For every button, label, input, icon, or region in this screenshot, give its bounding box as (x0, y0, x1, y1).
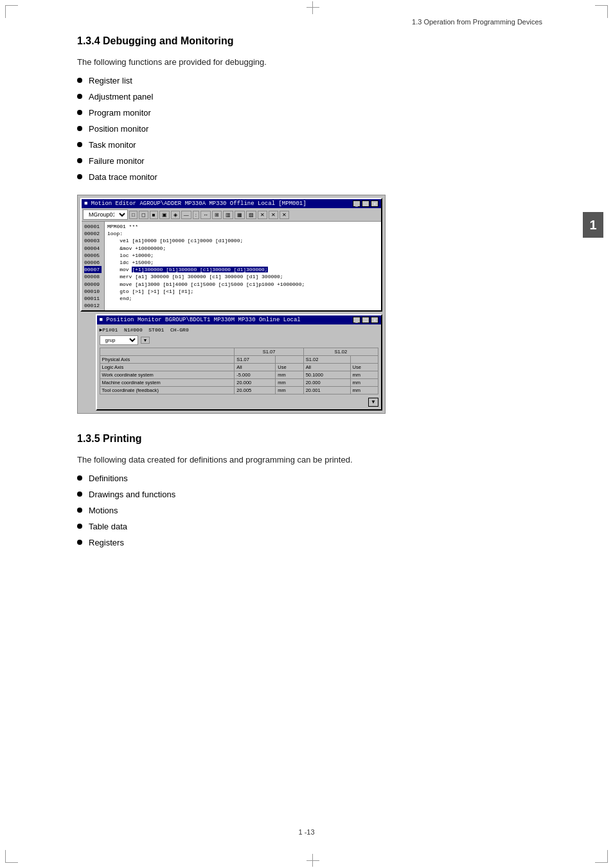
code-line: gto [>1] [>1] [<1] [#1]; (107, 288, 378, 295)
corner-mark-tl (5, 5, 18, 18)
pos-scroll-btn[interactable]: ▼ (368, 398, 378, 407)
toolbar-btn-9[interactable]: ▥ (223, 211, 233, 219)
pos-table-cell: -5.000 (235, 371, 276, 379)
pos-table-cell: Use (350, 364, 378, 371)
code-line: loc +10000; (107, 252, 378, 259)
pos-subtitle: ►P1#01 N1#000 ST001 CH-GR0 (100, 327, 379, 333)
motion-editor-titlebar: ■ Motion Editor AGROUP\ADDER MP330A MP33… (82, 199, 381, 208)
list-item: Definitions (77, 474, 571, 483)
toolbar-btn-13[interactable]: ✕ (269, 211, 278, 219)
pos-table-cell: mm (276, 371, 303, 379)
toolbar-btn-2[interactable]: ◻ (139, 211, 148, 219)
position-monitor-window: ■ Position Monitor BGROUP\BDOLT1 MP330M … (96, 314, 383, 411)
position-monitor-content: ►P1#01 N1#000 ST001 CH-GR0 grup ▼ S1.07 … (97, 324, 382, 409)
list-item: Task monitor (77, 140, 571, 150)
bullet-dot (77, 158, 82, 163)
pos-table-cell: 20.000 (303, 379, 350, 387)
pos-toolbar-btn[interactable]: ▼ (141, 337, 150, 344)
window-controls: _ □ × (353, 200, 378, 207)
list-item: Register list (77, 76, 571, 85)
section-135-title: 1.3.5 Printing (77, 433, 571, 445)
pos-table-cell: 50.1000 (303, 371, 350, 379)
main-content: 1.3.4 Debugging and Monitoring The follo… (77, 35, 571, 560)
motion-editor-window: ■ Motion Editor AGROUP\ADDER MP330A MP33… (80, 198, 382, 312)
line-numbers: 000010000200003000040000500006 00007 000… (82, 222, 105, 310)
page-number: 1 -13 (298, 828, 314, 836)
group-dropdown[interactable]: MGroup01 (83, 209, 128, 220)
corner-mark-bl (5, 850, 18, 863)
pos-table-cell: mm (350, 379, 378, 387)
pos-table-cell (100, 348, 235, 356)
pos-table-label: Physical Axis (100, 356, 235, 364)
pos-table-label: Logic Axis (100, 364, 235, 371)
pos-toolbar: grup ▼ (100, 335, 379, 345)
code-line: end; (107, 295, 378, 302)
code-line: loop: (107, 230, 378, 237)
bullet-dot (77, 524, 82, 529)
toolbar-btn-4[interactable]: ▣ (159, 211, 170, 219)
toolbar-btn-6[interactable]: — (181, 211, 191, 219)
bullet-dot (77, 94, 82, 99)
motion-editor-content: 000010000200003000040000500006 00007 000… (82, 222, 381, 310)
toolbar-btn-12[interactable]: ✕ (258, 211, 267, 219)
code-line: mov [+1]300000 [b1]300000 [c1]300000 [d1… (107, 266, 378, 273)
toolbar-btn-5[interactable]: ◈ (171, 211, 180, 219)
bullet-dot (77, 475, 82, 481)
code-area: MPM001 *** loop: vel [a1]0000 [b1]0000 [… (105, 222, 381, 310)
bullet-dot (77, 508, 82, 513)
pos-table-cell: S1.07 (235, 348, 303, 356)
code-line: &mov +10000000; (107, 245, 378, 252)
pos-minimize-button[interactable]: _ (353, 317, 360, 323)
section-135-intro: The following data created for definitio… (77, 455, 571, 465)
pos-group-dropdown[interactable]: grup (100, 335, 138, 345)
pos-table-cell: All (303, 364, 350, 371)
minimize-button[interactable]: _ (353, 200, 360, 207)
pos-table-label: Machine coordinate system (100, 379, 235, 387)
code-line: MPM001 *** (107, 223, 378, 230)
pos-table-label: Tool coordinate (feedback) (100, 387, 235, 394)
section-135-bullets: Definitions Drawings and functions Motio… (77, 474, 571, 547)
list-item: Table data (77, 522, 571, 531)
pos-table-cell: Use (276, 364, 303, 371)
maximize-button[interactable]: □ (362, 200, 369, 207)
pos-table-cell: 20.005 (235, 387, 276, 394)
motion-editor-title: ■ Motion Editor AGROUP\ADDER MP330A MP33… (84, 200, 306, 207)
section-134-bullets: Register list Adjustment panel Program m… (77, 76, 571, 182)
bullet-dot (77, 540, 82, 545)
pos-table-cell: All (235, 364, 276, 371)
bullet-dot (77, 492, 82, 497)
pos-table-cell (276, 356, 303, 364)
section-135: 1.3.5 Printing The following data create… (77, 433, 571, 547)
bullet-dot (77, 174, 82, 179)
toolbar-btn-14[interactable]: ✕ (280, 211, 289, 219)
list-item: Drawings and functions (77, 490, 571, 499)
toolbar-btn-3[interactable]: ■ (150, 211, 158, 219)
toolbar-btn-1[interactable]: □ (129, 211, 138, 219)
list-item: Program monitor (77, 108, 571, 118)
section-134: 1.3.4 Debugging and Monitoring The follo… (77, 35, 571, 414)
pos-maximize-button[interactable]: □ (362, 317, 369, 323)
bullet-dot (77, 110, 82, 115)
toolbar-btn-7[interactable]: ↔ (200, 211, 211, 219)
code-line (107, 302, 378, 309)
list-item: Registers (77, 538, 571, 547)
pos-table-cell: mm (350, 371, 378, 379)
header-label: 1.3 Operation from Programming Devices (412, 18, 542, 26)
list-item: Position monitor (77, 124, 571, 134)
code-line: merv [a1] 300000 [b1] 300000 [c1] 300000… (107, 273, 378, 280)
list-item: Data trace monitor (77, 172, 571, 182)
pos-table-cell: 20.000 (235, 379, 276, 387)
code-line: move [a1]3000 [b1]4000 [c1]5000 [c1]5000… (107, 281, 378, 288)
toolbar-btn-11[interactable]: ▧ (246, 211, 256, 219)
screenshot-area: ■ Motion Editor AGROUP\ADDER MP330A MP33… (77, 195, 386, 414)
close-button[interactable]: × (371, 200, 378, 207)
pos-close-button[interactable]: × (371, 317, 378, 323)
toolbar-btn-10[interactable]: ▦ (235, 211, 245, 219)
code-line: vel [a1]0000 [b1]0000 [c1]0000 [d1]0000; (107, 237, 378, 244)
code-line: ldc +15000; (107, 259, 378, 266)
list-item: Failure monitor (77, 156, 571, 166)
motion-editor-toolbar: MGroup01 □ ◻ ■ ▣ ◈ — : ↔ ⊞ ▥ ▦ ▧ ✕ ✕ ✕ (82, 208, 381, 222)
toolbar-btn-sep: : (193, 211, 199, 219)
toolbar-btn-8[interactable]: ⊞ (212, 211, 222, 219)
pos-table-cell: mm (350, 387, 378, 394)
